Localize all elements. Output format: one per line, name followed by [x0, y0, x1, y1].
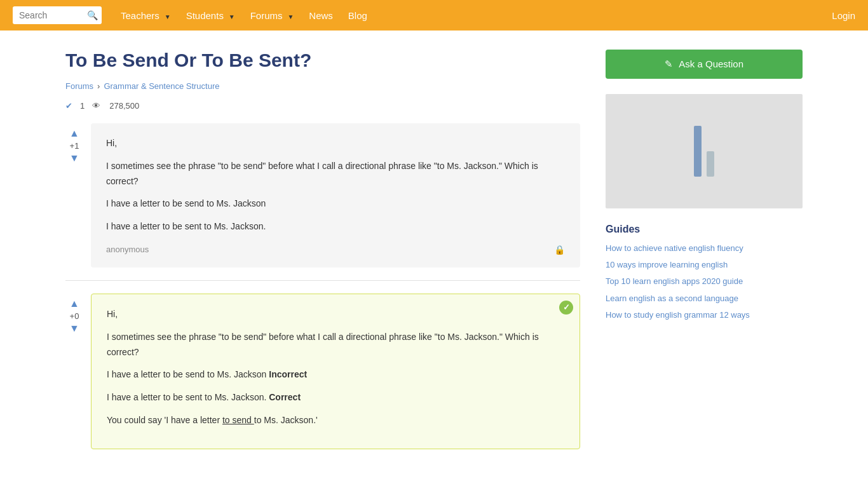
guide-item-2[interactable]: Top 10 learn english apps 2020 guide	[606, 276, 803, 287]
vote-down-btn-1[interactable]: ▼	[69, 153, 79, 163]
post-content-1: Hi, I sometimes see the phrase "to be se…	[91, 123, 580, 268]
nav-link-teachers[interactable]: Teachers	[121, 10, 159, 21]
guide-link-0[interactable]: How to achieve native english fluency	[606, 243, 743, 253]
header-left: 🔍 Teachers ▼ Students ▼ Forums ▼ News	[13, 6, 367, 24]
guide-link-4[interactable]: How to study english grammar 12 ways	[606, 310, 750, 320]
forums-dropdown-arrow: ▼	[287, 13, 294, 20]
guides-list: How to achieve native english fluency 10…	[606, 243, 803, 321]
vote-count-1: +1	[70, 141, 79, 151]
nav-item-blog[interactable]: Blog	[348, 10, 367, 21]
ad-bars	[694, 126, 714, 177]
post2-correct-label: Correct	[269, 392, 301, 402]
correct-badge: ✓	[559, 301, 573, 315]
nav-link-forums[interactable]: Forums	[250, 10, 283, 21]
vote-up-btn-2[interactable]: ▲	[69, 299, 79, 309]
post2-greeting: Hi,	[107, 307, 564, 322]
guides-title: Guides	[606, 224, 803, 235]
teachers-dropdown-arrow: ▼	[165, 13, 171, 20]
vote-check-icon: ✔	[65, 101, 72, 111]
guide-item-4[interactable]: How to study english grammar 12 ways	[606, 309, 803, 321]
ask-btn-label: Ask a Question	[679, 58, 743, 69]
nav-link-blog[interactable]: Blog	[348, 10, 367, 21]
divider	[65, 280, 580, 281]
guide-link-2[interactable]: Top 10 learn english apps 2020 guide	[606, 276, 743, 286]
lock-icon-1: 🔒	[554, 245, 565, 255]
sidebar: ✎ Ask a Question Guides How to achieve n…	[606, 50, 803, 462]
guide-link-3[interactable]: Learn english as a second language	[606, 294, 738, 303]
guide-link-1[interactable]: 10 ways improve learning english	[606, 260, 728, 269]
breadcrumb-forums-link[interactable]: Forums	[65, 81, 93, 91]
vote-column-2: ▲ +0 ▼	[65, 294, 83, 449]
login-link[interactable]: Login	[832, 10, 855, 21]
edit-icon: ✎	[665, 58, 673, 69]
vote-count-2: +0	[70, 311, 79, 321]
nav-link-students[interactable]: Students	[186, 10, 224, 21]
post2-body1: I sometimes see the phrase "to be send" …	[107, 330, 564, 360]
vote-down-btn-2[interactable]: ▼	[69, 323, 79, 334]
post2-incorrect-label: Incorrect	[269, 369, 307, 379]
breadcrumb-current: Grammar & Sentence Structure	[104, 81, 219, 91]
views-eye-icon: 👁	[92, 101, 100, 111]
post1-body1: I sometimes see the phrase "to be send" …	[106, 159, 565, 189]
post1-greeting: Hi,	[106, 136, 565, 151]
post-card-2: ▲ +0 ▼ ✓ Hi, I sometimes see the phrase …	[65, 294, 580, 449]
post-text-2: Hi, I sometimes see the phrase "to be se…	[107, 307, 564, 428]
nav-link-news[interactable]: News	[309, 10, 333, 21]
post2-body2-post: to Ms. Jackson.'	[254, 415, 318, 425]
students-dropdown-arrow: ▼	[229, 13, 235, 20]
post-card-1: ▲ +1 ▼ Hi, I sometimes see the phrase "t…	[65, 123, 580, 268]
ad-bar-2	[707, 151, 714, 177]
post-footer-1: anonymous 🔒	[106, 245, 565, 255]
post1-author: anonymous	[106, 245, 149, 254]
post-text-1: Hi, I sometimes see the phrase "to be se…	[106, 136, 565, 234]
ad-placeholder	[606, 94, 803, 208]
nav-item-students[interactable]: Students ▼	[186, 10, 235, 21]
guide-item-0[interactable]: How to achieve native english fluency	[606, 243, 803, 254]
stats-row: ✔ 1 👁 278,500	[65, 101, 580, 111]
content-area: To Be Send Or To Be Sent? Forums › Gramm…	[65, 50, 580, 462]
guide-item-1[interactable]: 10 ways improve learning english	[606, 259, 803, 271]
guides-section: Guides How to achieve native english flu…	[606, 224, 803, 321]
post2-line1-start: I have a letter to be send to Ms. Jackso…	[107, 369, 269, 379]
vote-column-1: ▲ +1 ▼	[65, 123, 83, 268]
main-nav: Teachers ▼ Students ▼ Forums ▼ News Blog	[121, 10, 367, 21]
views-count-stat: 278,500	[109, 101, 139, 111]
post2-line2-start: I have a letter to be sent to Ms. Jackso…	[107, 392, 269, 402]
site-header: 🔍 Teachers ▼ Students ▼ Forums ▼ News	[0, 0, 868, 30]
nav-item-teachers[interactable]: Teachers ▼	[121, 10, 171, 21]
vote-up-btn-1[interactable]: ▲	[69, 128, 79, 139]
post-content-2: ✓ Hi, I sometimes see the phrase "to be …	[91, 294, 580, 449]
breadcrumb: Forums › Grammar & Sentence Structure	[65, 81, 580, 91]
post2-body2: You could say 'I have a letter to send t…	[107, 413, 564, 428]
search-button[interactable]: 🔍	[87, 10, 98, 20]
nav-item-news[interactable]: News	[309, 10, 333, 21]
post1-line2: I have a letter to be sent to Ms. Jackso…	[106, 219, 565, 234]
post2-line2: I have a letter to be sent to Ms. Jackso…	[107, 390, 564, 405]
vote-count-stat: 1	[80, 101, 85, 111]
post2-body2-pre: You could say 'I have a letter	[107, 415, 222, 425]
search-wrapper: 🔍	[13, 6, 102, 24]
guide-item-3[interactable]: Learn english as a second language	[606, 293, 803, 304]
nav-item-forums[interactable]: Forums ▼	[250, 10, 294, 21]
ask-question-button[interactable]: ✎ Ask a Question	[606, 50, 803, 79]
post2-body2-underline: to send	[222, 415, 254, 425]
main-container: To Be Send Or To Be Sent? Forums › Gramm…	[53, 30, 815, 481]
ad-bar-1	[694, 126, 702, 177]
breadcrumb-separator: ›	[97, 81, 100, 91]
post1-line1: I have a letter to be send to Ms. Jackso…	[106, 196, 565, 212]
page-title: To Be Send Or To Be Sent?	[65, 50, 580, 71]
post2-line1: I have a letter to be send to Ms. Jackso…	[107, 367, 564, 383]
